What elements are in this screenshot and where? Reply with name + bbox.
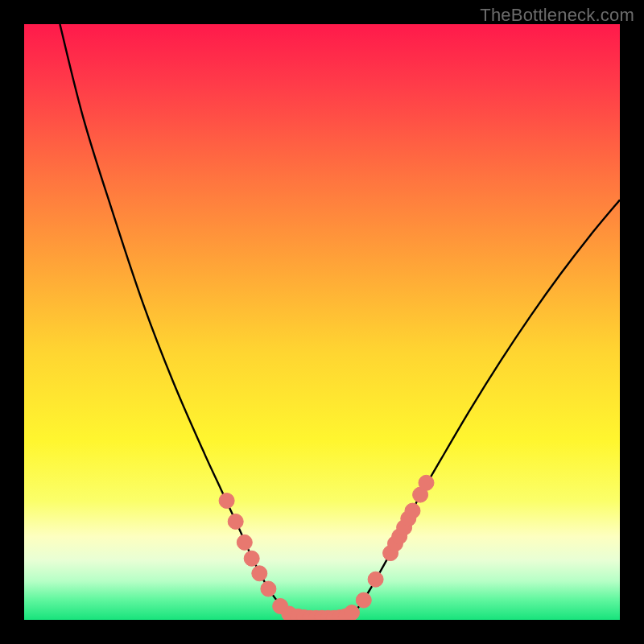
- curve-marker: [252, 566, 267, 581]
- curve-marker: [368, 572, 383, 587]
- curve-marker: [228, 514, 243, 529]
- curve-marker: [237, 535, 252, 550]
- curve-marker: [261, 581, 276, 597]
- chart-frame: TheBottleneck.com: [0, 0, 644, 644]
- plot-area: [24, 24, 620, 620]
- curve-marker: [356, 592, 371, 608]
- curve-marker: [405, 503, 420, 518]
- curve-layer: [24, 24, 620, 620]
- bottleneck-curve: [60, 24, 620, 618]
- curve-marker: [219, 493, 234, 509]
- curve-marker: [345, 605, 360, 620]
- curve-marker: [419, 475, 434, 490]
- watermark-text: TheBottleneck.com: [480, 5, 634, 26]
- curve-markers: [219, 475, 434, 620]
- curve-marker: [244, 551, 259, 566]
